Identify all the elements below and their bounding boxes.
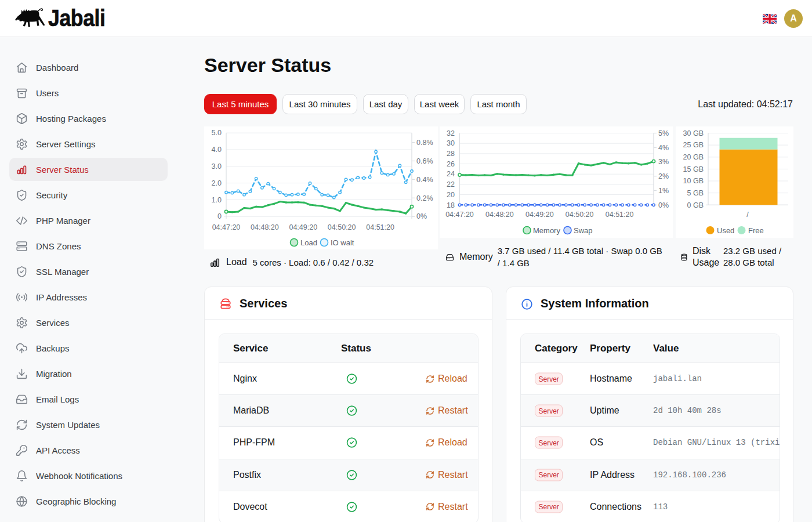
svg-text:5.0: 5.0 bbox=[212, 129, 222, 137]
svg-text:Swap: Swap bbox=[574, 226, 593, 235]
svg-text:15 GB: 15 GB bbox=[683, 165, 704, 173]
svg-text:04:51:20: 04:51:20 bbox=[606, 211, 634, 219]
svg-text:0.4%: 0.4% bbox=[416, 176, 433, 184]
svg-text:4.0: 4.0 bbox=[212, 146, 222, 154]
svg-text:0.8%: 0.8% bbox=[416, 139, 433, 147]
svg-text:1.0: 1.0 bbox=[212, 196, 222, 204]
svg-text:04:49:20: 04:49:20 bbox=[525, 211, 554, 219]
svg-text:0.6%: 0.6% bbox=[416, 157, 433, 165]
svg-text:10 GB: 10 GB bbox=[683, 177, 704, 185]
svg-text:04:50:20: 04:50:20 bbox=[566, 211, 594, 219]
svg-text:28: 28 bbox=[447, 150, 455, 158]
svg-text:2.0: 2.0 bbox=[212, 179, 222, 187]
svg-text:0.2%: 0.2% bbox=[416, 194, 433, 202]
svg-text:04:48:20: 04:48:20 bbox=[251, 223, 279, 231]
svg-text:18: 18 bbox=[447, 201, 455, 209]
svg-text:0 GB: 0 GB bbox=[687, 201, 704, 209]
svg-text:04:51:20: 04:51:20 bbox=[366, 223, 394, 231]
svg-text:5 GB: 5 GB bbox=[687, 189, 704, 197]
svg-text:Free: Free bbox=[748, 226, 764, 235]
svg-text:3%: 3% bbox=[658, 158, 669, 166]
svg-text:1%: 1% bbox=[658, 187, 669, 195]
svg-text:04:47:20: 04:47:20 bbox=[212, 223, 241, 231]
svg-text:Load: Load bbox=[300, 238, 317, 247]
svg-text:0%: 0% bbox=[416, 212, 427, 220]
svg-text:0%: 0% bbox=[658, 201, 669, 209]
svg-text:04:49:20: 04:49:20 bbox=[289, 223, 317, 231]
svg-text:04:47:20: 04:47:20 bbox=[445, 211, 474, 219]
svg-text:04:50:20: 04:50:20 bbox=[328, 223, 356, 231]
svg-text:5%: 5% bbox=[658, 129, 669, 137]
svg-text:20: 20 bbox=[447, 191, 455, 199]
svg-text:Used: Used bbox=[717, 226, 734, 235]
svg-text:3.0: 3.0 bbox=[212, 162, 222, 171]
svg-text:26: 26 bbox=[447, 160, 455, 168]
svg-text:IO wait: IO wait bbox=[331, 238, 354, 247]
svg-text:Memory: Memory bbox=[533, 226, 560, 235]
svg-text:04:48:20: 04:48:20 bbox=[485, 211, 514, 219]
svg-text:25 GB: 25 GB bbox=[683, 141, 704, 149]
svg-text:/: / bbox=[746, 211, 749, 219]
svg-text:30: 30 bbox=[447, 139, 455, 147]
svg-text:30 GB: 30 GB bbox=[683, 129, 704, 137]
svg-text:24: 24 bbox=[447, 170, 455, 178]
svg-text:4%: 4% bbox=[658, 144, 669, 152]
svg-text:0: 0 bbox=[217, 212, 222, 220]
svg-text:2%: 2% bbox=[658, 172, 669, 180]
svg-text:20 GB: 20 GB bbox=[683, 153, 704, 161]
svg-text:32: 32 bbox=[447, 129, 455, 137]
svg-text:22: 22 bbox=[447, 180, 455, 188]
